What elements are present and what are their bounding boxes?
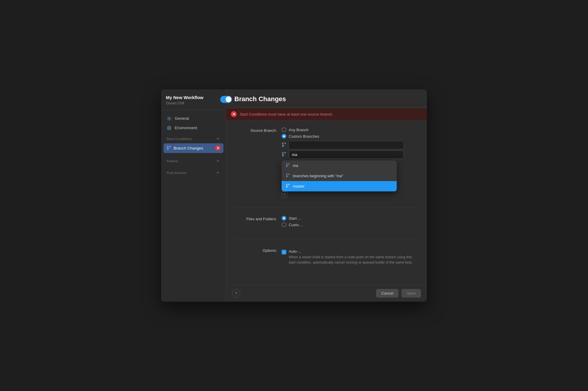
post-actions-section-header: Post-Actions + <box>164 168 223 177</box>
dropdown-branch-icon-1 <box>286 163 290 168</box>
files-and-folders-controls: Start … Custo… <box>282 216 419 229</box>
svg-point-5 <box>282 143 283 144</box>
svg-point-21 <box>286 184 287 185</box>
custom-branches-label: Custom Branches <box>289 134 319 139</box>
any-branch-option[interactable]: Any Branch <box>282 127 419 132</box>
start-conditions-section-header: Start Conditions + <box>164 134 223 143</box>
dropdown-branch-icon-3 <box>286 184 290 189</box>
dialog: My New Workflow Ocean Chill General <box>161 89 427 302</box>
save-button[interactable]: Save <box>401 289 421 298</box>
sidebar-header: My New Workflow Ocean Chill <box>161 89 226 110</box>
dropdown-item-branches-beginning[interactable]: branches beginning with "ma" <box>282 171 397 181</box>
svg-point-17 <box>286 174 287 175</box>
workflow-toggle[interactable] <box>220 96 232 103</box>
dropdown-item-master[interactable]: master <box>282 181 397 191</box>
actions-label: Actions <box>166 159 178 163</box>
files-and-folders-section: Files and Folders: Start … Custo… <box>234 216 419 239</box>
error-icon: ✕ <box>231 111 237 117</box>
error-banner: ✕ Start Conditions must have at least on… <box>226 108 427 120</box>
main-body: Source Branch: Any Branch Custom Branche… <box>226 120 427 285</box>
post-actions-label: Post-Actions <box>166 171 186 175</box>
main-header: Branch Changes <box>226 89 427 108</box>
custom-branches-radio[interactable] <box>282 134 286 139</box>
auto-cancel-description: When a newer build is started from a cod… <box>289 254 419 265</box>
branch-item-left: Branch Changes <box>166 145 203 151</box>
dropdown-item-ma-label: ma <box>293 163 298 168</box>
svg-point-0 <box>168 126 171 127</box>
svg-point-23 <box>286 187 287 188</box>
source-branch-controls: Any Branch Custom Branches <box>282 127 419 197</box>
auto-cancel-checkbox[interactable]: ✓ <box>282 250 286 254</box>
sidebar-item-general[interactable]: General <box>164 114 223 123</box>
add-post-action-button[interactable]: + <box>215 170 220 175</box>
sidebar-item-environment[interactable]: Environment <box>164 123 223 133</box>
source-branch-row: Source Branch: Any Branch Custom Branche… <box>234 127 419 197</box>
main-content: Branch Changes ✕ Start Conditions must h… <box>226 89 427 302</box>
workflow-name: My New Workflow <box>166 95 221 101</box>
auto-cancel-checkbox-row: ✓ Auto-… When a newer build is started f… <box>282 249 419 265</box>
sidebar-item-general-label: General <box>175 116 189 121</box>
custom-branches-option[interactable]: Custom Branches <box>282 134 419 139</box>
svg-point-18 <box>288 174 289 175</box>
branch-empty-icon <box>282 142 286 148</box>
svg-point-15 <box>286 166 287 167</box>
sidebar-nav: General Environment Start Conditions + <box>161 110 226 302</box>
dialog-footer: ? Cancel Save <box>226 285 427 302</box>
add-branch-button[interactable]: + <box>282 191 288 197</box>
svg-point-14 <box>288 163 289 164</box>
help-button[interactable]: ? <box>232 289 240 298</box>
dropdown-item-master-label: master <box>293 184 305 188</box>
dropdown-item-ma[interactable]: ma <box>282 160 397 171</box>
source-branch-label: Source Branch: <box>234 127 282 133</box>
gear-icon <box>166 116 172 121</box>
svg-point-19 <box>286 176 287 177</box>
options-row: Options: ✓ Auto-… When a newer build is … <box>234 247 419 265</box>
sidebar-item-branch-changes[interactable]: Branch Changes ✕ <box>164 143 223 153</box>
files-custom-option[interactable]: Custo… <box>282 222 419 227</box>
empty-branch-row <box>282 141 419 149</box>
files-and-folders-row: Files and Folders: Start … Custo… <box>234 216 419 229</box>
branch-input-icon <box>282 152 286 157</box>
files-start-option[interactable]: Start … <box>282 216 419 221</box>
dropdown-item-branches-beginning-label: branches beginning with "ma" <box>293 174 343 178</box>
svg-point-2 <box>169 146 171 147</box>
auto-cancel-label: Auto-… <box>289 249 419 254</box>
svg-point-9 <box>282 152 283 153</box>
svg-point-6 <box>285 143 286 144</box>
options-section: Options: ✓ Auto-… When a newer build is … <box>234 247 419 275</box>
branch-search-input[interactable] <box>289 150 404 159</box>
add-start-condition-button[interactable]: + <box>215 136 220 142</box>
error-message: Start Conditions must have at least one … <box>240 112 333 116</box>
files-custom-radio[interactable] <box>282 222 286 227</box>
svg-point-7 <box>282 146 283 147</box>
options-label: Options: <box>234 247 282 253</box>
source-branch-section: Source Branch: Any Branch Custom Branche… <box>234 127 419 208</box>
add-branch-row[interactable]: + <box>282 191 419 197</box>
any-branch-label: Any Branch <box>289 128 308 132</box>
cancel-button[interactable]: Cancel <box>376 289 398 298</box>
files-and-folders-label: Files and Folders: <box>234 216 282 221</box>
files-start-radio[interactable] <box>282 216 286 221</box>
dropdown-branch-icon-2 <box>286 173 290 178</box>
svg-point-22 <box>288 184 289 185</box>
branch-icon-sidebar <box>166 145 171 151</box>
branch-input-row: ma <box>282 150 419 159</box>
add-action-button[interactable]: + <box>215 158 220 164</box>
options-controls: ✓ Auto-… When a newer build is started f… <box>282 247 419 265</box>
start-conditions-label: Start Conditions <box>166 137 192 141</box>
any-branch-radio[interactable] <box>282 127 286 132</box>
toggle-container <box>220 96 232 103</box>
svg-point-13 <box>286 163 287 164</box>
svg-point-1 <box>167 146 168 147</box>
branch-changes-remove-button[interactable]: ✕ <box>215 145 220 151</box>
branch-changes-sidebar-label: Branch Changes <box>174 146 203 150</box>
page-title: Branch Changes <box>234 95 419 103</box>
files-custom-label: Custo… <box>289 223 303 227</box>
branch-dropdown: ma <box>282 160 397 191</box>
help-label: ? <box>235 291 237 296</box>
svg-point-11 <box>282 155 283 156</box>
files-start-label: Start … <box>289 216 302 221</box>
auto-cancel-label-block: Auto-… When a newer build is started fro… <box>289 249 419 265</box>
footer-buttons: Cancel Save <box>376 289 421 298</box>
actions-section-header: Actions + <box>164 156 223 165</box>
